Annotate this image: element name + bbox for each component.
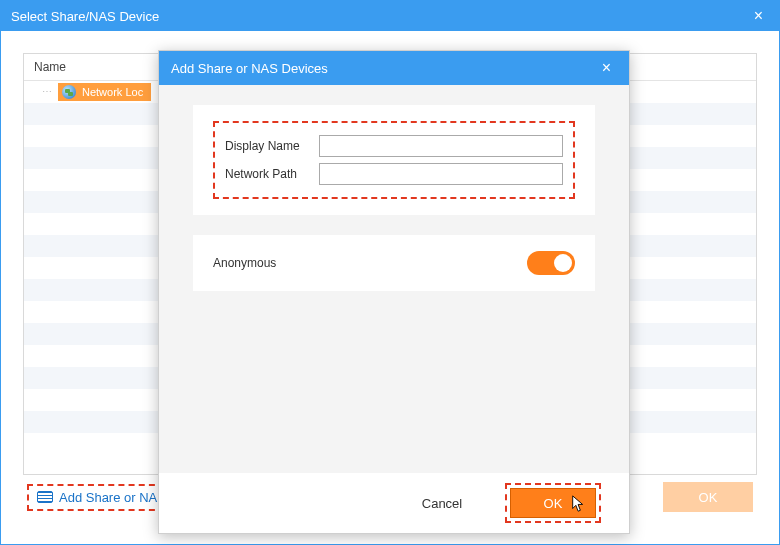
add-share-dialog: Add Share or NAS Devices × Display Name … [158,50,630,534]
network-path-label: Network Path [225,167,313,181]
fields-panel: Display Name Network Path [193,105,595,215]
display-name-row: Display Name [225,135,563,157]
close-icon[interactable]: × [748,7,769,25]
toggle-knob [554,254,572,272]
dialog-footer: Cancel OK [159,473,629,533]
anonymous-label: Anonymous [213,256,276,270]
dialog-ok-button[interactable]: OK [510,488,596,518]
dialog-ok-label: OK [544,496,563,511]
nas-icon [37,491,53,503]
globe-icon [62,85,76,99]
anonymous-toggle[interactable] [527,251,575,275]
window-titlebar: Select Share/NAS Device × [1,1,779,31]
list-item-label: Network Loc [82,86,143,98]
network-path-row: Network Path [225,163,563,185]
fields-group: Display Name Network Path [213,121,575,199]
cursor-icon [571,495,587,516]
dialog-cancel-button[interactable]: Cancel [397,488,487,518]
display-name-field[interactable] [319,135,563,157]
dialog-title: Add Share or NAS Devices [171,61,328,76]
list-item-selected: Network Loc [58,83,151,101]
anonymous-panel: Anonymous [193,235,595,291]
display-name-label: Display Name [225,139,313,153]
network-path-field[interactable] [319,163,563,185]
dialog-body: Display Name Network Path Anonymous [159,85,629,473]
ok-button[interactable]: OK [663,482,753,512]
window-title: Select Share/NAS Device [11,9,159,24]
dialog-titlebar: Add Share or NAS Devices × [159,51,629,85]
tree-connector-icon: ⋯ [42,86,52,97]
ok-highlight: OK [505,483,601,523]
dialog-close-icon[interactable]: × [596,59,617,77]
